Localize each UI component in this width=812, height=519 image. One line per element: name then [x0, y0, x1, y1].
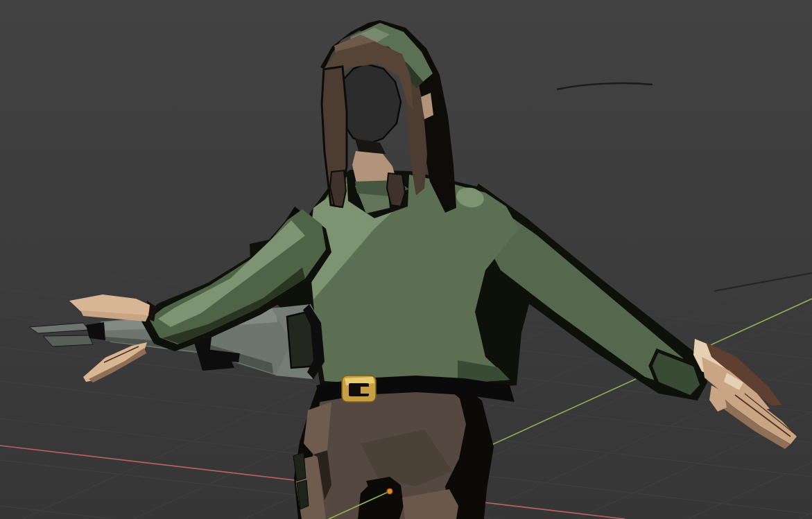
pants[interactable]: [293, 382, 494, 519]
chest-hair-strand-right: [387, 173, 405, 206]
viewport-3d[interactable]: [0, 0, 812, 519]
origin-point[interactable]: [387, 489, 392, 494]
buckle-tab: [361, 387, 370, 394]
viewport-canvas[interactable]: [0, 0, 812, 519]
